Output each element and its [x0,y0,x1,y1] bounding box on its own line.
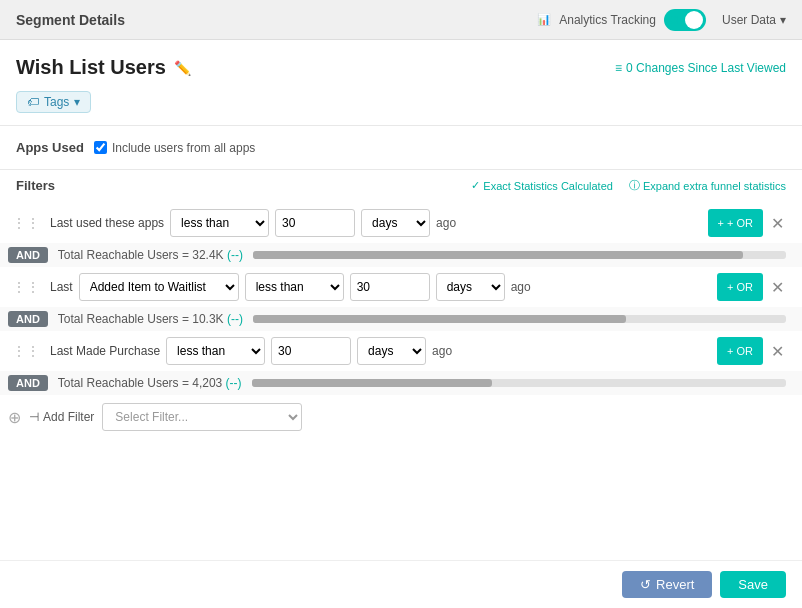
filter-1-or-button[interactable]: + + OR [708,209,763,237]
filter-row-3: ⋮⋮ Last Made Purchase less than greater … [0,331,802,371]
and-badge-1: AND [8,247,48,263]
include-all-apps-label[interactable]: Include users from all apps [94,141,255,155]
filter-2-event-select[interactable]: Added Item to Waitlist Made Purchase Vie… [79,273,239,301]
edit-icon[interactable]: ✏️ [174,60,191,76]
main-content: Wish List Users ✏️ ≡ 0 Changes Since Las… [0,40,802,608]
expand-stats-button[interactable]: ⓘ Expand extra funnel statistics [629,178,786,193]
add-filter-label: ⊣ Add Filter [29,410,94,424]
and-row-3: AND Total Reachable Users = 4,203 (--) [0,371,802,395]
reachable-2-text: Total Reachable Users = 10.3K (--) [58,312,243,326]
filter-3-unit-select[interactable]: days hours weeks [357,337,426,365]
expand-stats-text: Expand extra funnel statistics [643,180,786,192]
filter-row-1: ⋮⋮ Last used these apps less than greate… [0,203,802,243]
toggle-label: ON [668,14,685,26]
reachable-2-link[interactable]: (--) [227,312,243,326]
filter-3-label: Last Made Purchase [50,344,160,358]
add-filter-select[interactable]: Select Filter... [102,403,302,431]
filter-2-condition-select[interactable]: less than greater than exactly [245,273,344,301]
filters-stats: ✓ Exact Statistics Calculated ⓘ Expand e… [471,178,786,193]
filter-1-remove-button[interactable]: ✕ [769,214,786,233]
filter-1-value-input[interactable] [275,209,355,237]
reachable-1-text: Total Reachable Users = 32.4K (--) [58,248,243,262]
filter-2-unit-select[interactable]: days hours weeks [436,273,505,301]
filter-3-condition-select[interactable]: less than greater than exactly [166,337,265,365]
filter-3-or-button[interactable]: + OR [717,337,763,365]
progress-bar-3-container [252,379,786,387]
plus-icon: + [718,217,724,229]
tags-chevron-icon: ▾ [74,95,80,109]
analytics-toggle[interactable]: ON [664,9,706,31]
filter-3-suffix: ago [432,344,452,358]
filter-1-condition-select[interactable]: less than greater than exactly [170,209,269,237]
or-label-3: OR [737,345,754,357]
segment-details-title: Segment Details [16,12,125,28]
filter-1-unit-select[interactable]: days hours weeks [361,209,430,237]
filter-2-or-button[interactable]: + OR [717,273,763,301]
bottom-bar: ↺ Revert Save [0,560,802,608]
filter-2-label: Last [50,280,73,294]
progress-bar-2 [253,315,626,323]
user-data-button[interactable]: User Data ▾ [722,13,786,27]
add-icon: ⊕ [8,408,21,427]
revert-icon: ↺ [640,577,651,592]
tags-button[interactable]: 🏷 Tags ▾ [16,91,91,113]
plus-icon-2: + [727,281,733,293]
changes-link[interactable]: ≡ 0 Changes Since Last Viewed [615,61,786,75]
include-all-apps-checkbox[interactable] [94,141,107,154]
drag-handle-3[interactable]: ⋮⋮ [8,343,44,359]
filter-2-remove-button[interactable]: ✕ [769,278,786,297]
add-filter-text: Add Filter [43,410,94,424]
filters-title: Filters [16,178,55,193]
progress-bar-1-container [253,251,786,259]
filter-row-2: ⋮⋮ Last Added Item to Waitlist Made Purc… [0,267,802,307]
tags-label: Tags [44,95,69,109]
filter-2-suffix: ago [511,280,531,294]
chevron-down-icon: ▾ [780,13,786,27]
add-filter-row: ⊕ ⊣ Add Filter Select Filter... [0,395,802,439]
revert-label: Revert [656,577,694,592]
plus-icon-3: + [727,345,733,357]
reachable-3-text: Total Reachable Users = 4,203 (--) [58,376,242,390]
reachable-1-link[interactable]: (--) [227,248,243,262]
or-label: + OR [727,217,753,229]
title-row: Wish List Users ✏️ ≡ 0 Changes Since Las… [0,40,802,87]
and-badge-2: AND [8,311,48,327]
exact-stats: ✓ Exact Statistics Calculated [471,179,613,192]
check-icon: ✓ [471,179,480,192]
filter-3-value-input[interactable] [271,337,351,365]
and-row-2: AND Total Reachable Users = 10.3K (--) [0,307,802,331]
info-icon: ⓘ [629,178,640,193]
exact-stats-text: Exact Statistics Calculated [483,180,613,192]
filter-2-value-input[interactable] [350,273,430,301]
save-button[interactable]: Save [720,571,786,598]
revert-button[interactable]: ↺ Revert [622,571,712,598]
title-left: Wish List Users ✏️ [16,56,191,79]
apps-used-row: Apps Used Include users from all apps [0,126,802,169]
or-label-2: OR [737,281,754,293]
drag-handle-1[interactable]: ⋮⋮ [8,215,44,231]
toggle-knob [685,11,703,29]
progress-bar-3 [252,379,492,387]
changes-icon: ≡ [615,61,622,75]
top-bar-actions: 📊 Analytics Tracking ON User Data ▾ [537,9,786,31]
drag-handle-2[interactable]: ⋮⋮ [8,279,44,295]
progress-bar-1 [253,251,743,259]
progress-bar-2-container [253,315,786,323]
save-label: Save [738,577,768,592]
page-title: Wish List Users [16,56,166,79]
filter-3-remove-button[interactable]: ✕ [769,342,786,361]
reachable-3-link[interactable]: (--) [226,376,242,390]
tag-icon: 🏷 [27,95,39,109]
tags-row: 🏷 Tags ▾ [0,87,802,125]
user-data-label: User Data [722,13,776,27]
and-row-1: AND Total Reachable Users = 32.4K (--) [0,243,802,267]
top-bar: Segment Details 📊 Analytics Tracking ON … [0,0,802,40]
changes-text: 0 Changes Since Last Viewed [626,61,786,75]
analytics-label: Analytics Tracking [559,13,656,27]
filters-header: Filters ✓ Exact Statistics Calculated ⓘ … [0,170,802,203]
include-all-apps-text: Include users from all apps [112,141,255,155]
filter-1-suffix: ago [436,216,456,230]
and-badge-3: AND [8,375,48,391]
analytics-icon: 📊 [537,13,551,26]
filter-1-label: Last used these apps [50,216,164,230]
